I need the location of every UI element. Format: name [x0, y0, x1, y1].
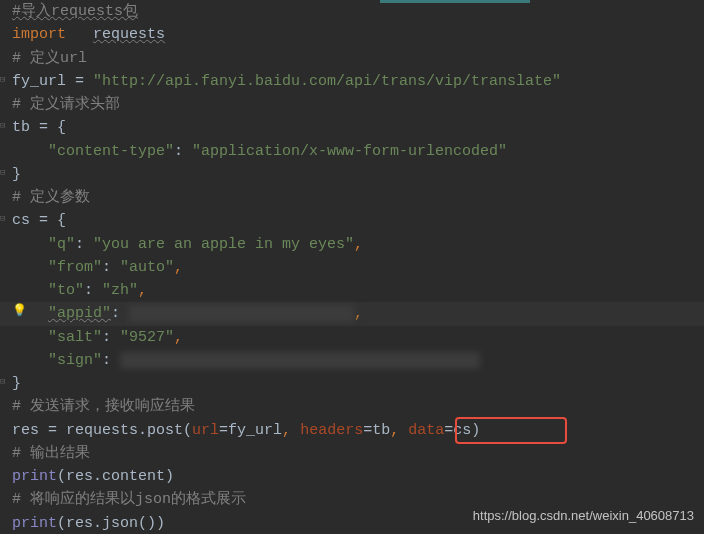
- comment: # 发送请求，接收响应结果: [12, 398, 195, 415]
- function-call: requests.post(: [66, 422, 192, 439]
- dict-key: "q": [48, 236, 75, 253]
- variable: fy_url: [12, 73, 66, 90]
- code-line[interactable]: print(res.content): [12, 465, 704, 488]
- dict-key: "salt": [48, 329, 102, 346]
- dict-key: "to": [48, 282, 84, 299]
- comment: # 定义请求头部: [12, 96, 120, 113]
- kwarg: url: [192, 422, 219, 439]
- dict-value: "9527": [120, 329, 174, 346]
- module-name: requests: [93, 26, 165, 43]
- code-line[interactable]: "sign": " ": [12, 349, 704, 372]
- dict-key: "appid": [48, 305, 111, 322]
- close-brace: }: [12, 166, 21, 183]
- code-line[interactable]: # 输出结果: [12, 442, 704, 465]
- dict-value: "auto": [120, 259, 174, 276]
- code-line[interactable]: ⊟}: [12, 372, 704, 395]
- kwarg: headers: [300, 422, 363, 439]
- code-line[interactable]: # 定义url: [12, 47, 704, 70]
- code-line[interactable]: ⊟}: [12, 163, 704, 186]
- code-editor[interactable]: #导入requests包 import requests # 定义url ⊟fy…: [0, 0, 704, 534]
- comment: # 输出结果: [12, 445, 90, 462]
- code-line[interactable]: "from": "auto",: [12, 256, 704, 279]
- dict-key: "content-type": [48, 143, 174, 160]
- dict-key: "sign": [48, 352, 102, 369]
- lightbulb-icon[interactable]: 💡: [12, 302, 26, 316]
- variable: res: [12, 422, 39, 439]
- dict-value: "zh": [102, 282, 138, 299]
- comment: # 定义url: [12, 50, 87, 67]
- dict-declaration: cs = {: [12, 212, 66, 229]
- dict-declaration: tb = {: [12, 119, 66, 136]
- code-line[interactable]: # 发送请求，接收响应结果: [12, 395, 704, 418]
- string-literal: "http://api.fanyi.baidu.com/api/trans/vi…: [93, 73, 561, 90]
- code-line[interactable]: "to": "zh",: [12, 279, 704, 302]
- builtin-print: print: [12, 468, 57, 485]
- fold-marker-icon[interactable]: ⊟: [0, 376, 10, 386]
- code-line[interactable]: res = requests.post(url=fy_url, headers=…: [12, 419, 704, 442]
- code-line[interactable]: # 定义参数: [12, 186, 704, 209]
- dict-value: "you are an apple in my eyes": [93, 236, 354, 253]
- watermark-text: https://blog.csdn.net/weixin_40608713: [473, 506, 694, 526]
- kwarg: data: [408, 422, 444, 439]
- code-line[interactable]: "content-type": "application/x-www-form-…: [12, 140, 704, 163]
- code-line[interactable]: ⊟tb = {: [12, 116, 704, 139]
- fold-marker-icon[interactable]: ⊟: [0, 213, 10, 223]
- fold-marker-icon[interactable]: ⊟: [0, 120, 10, 130]
- code-line[interactable]: #导入requests包: [12, 0, 704, 23]
- code-line[interactable]: "salt": "9527",: [12, 326, 704, 349]
- close-brace: }: [12, 375, 21, 392]
- comment: # 定义参数: [12, 189, 90, 206]
- redacted-value: " ": [120, 352, 480, 369]
- builtin-print: print: [12, 515, 57, 532]
- code-line[interactable]: ⊟cs = {: [12, 209, 704, 232]
- code-line[interactable]: import requests: [12, 23, 704, 46]
- comment: #导入requests包: [12, 3, 138, 20]
- dict-value: "application/x-www-form-urlencoded": [192, 143, 507, 160]
- code-line[interactable]: "q": "you are an apple in my eyes",: [12, 233, 704, 256]
- code-line[interactable]: ⊟fy_url = "http://api.fanyi.baidu.com/ap…: [12, 70, 704, 93]
- comment: # 将响应的结果以json的格式展示: [12, 491, 246, 508]
- code-line-highlighted[interactable]: 💡 "appid": " ",: [0, 302, 704, 325]
- redacted-value: " ": [129, 305, 354, 322]
- fold-marker-icon[interactable]: ⊟: [0, 167, 10, 177]
- code-line[interactable]: # 定义请求头部: [12, 93, 704, 116]
- fold-marker-icon[interactable]: ⊟: [0, 74, 10, 84]
- keyword-import: import: [12, 26, 66, 43]
- dict-key: "from": [48, 259, 102, 276]
